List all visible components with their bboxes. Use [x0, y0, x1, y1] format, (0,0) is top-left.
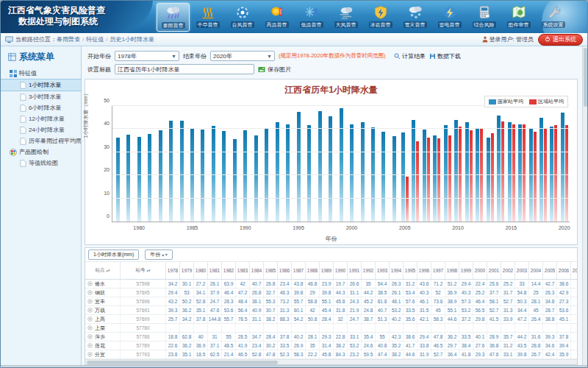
end-year-select[interactable]: 2020年 ▼: [210, 51, 275, 61]
station-name-cell[interactable]: 宜丰: [85, 297, 121, 305]
bar-national-1999[interactable]: [340, 108, 343, 222]
station-name-cell[interactable]: 铜鼓: [85, 289, 121, 297]
bar-national-2000[interactable]: [350, 124, 354, 222]
toolbar-item-settings[interactable]: 系统设置: [537, 3, 570, 32]
bar-national-2004[interactable]: [392, 136, 396, 222]
start-year-select[interactable]: 1978年 ▼: [115, 51, 179, 61]
bar-regional-2009[interactable]: [448, 135, 451, 222]
radio-icon[interactable]: [87, 308, 93, 313]
vertical-scrollbar[interactable]: [582, 46, 587, 365]
scrollbar-thumb[interactable]: [584, 48, 587, 107]
station-name-cell[interactable]: 分宜: [85, 350, 121, 358]
bar-national-2013[interactable]: [487, 138, 490, 222]
sidebar-item-24小时降水量[interactable]: 24小时降水量: [1, 124, 81, 135]
bar-national-2008[interactable]: [433, 135, 437, 222]
toolbar-item-typhoon[interactable]: 台风普查: [226, 3, 259, 32]
sidebar-item-6小时降水量[interactable]: 6小时降水量: [1, 102, 81, 113]
bar-national-1996[interactable]: [307, 125, 311, 222]
radio-icon[interactable]: [87, 299, 93, 304]
bar-national-2001[interactable]: [361, 122, 365, 222]
toolbar-item-drought[interactable]: 干旱普查: [191, 3, 224, 32]
sidebar-item-3小时降水量[interactable]: 3小时降水量: [1, 91, 81, 102]
radio-icon[interactable]: [87, 281, 93, 286]
data-download-button[interactable]: 数据下载: [429, 52, 461, 60]
calc-result-button[interactable]: 计算结果: [394, 52, 426, 60]
bar-national-1983[interactable]: [169, 121, 173, 222]
bar-national-2009[interactable]: [444, 125, 448, 222]
bar-national-1986[interactable]: [201, 130, 204, 222]
radio-icon[interactable]: [87, 325, 93, 330]
station-name-cell[interactable]: 莲花: [85, 342, 121, 350]
bar-national-1990[interactable]: [243, 130, 247, 222]
breadcrumb-item[interactable]: 历史1小时降水量: [110, 35, 154, 43]
chart-title-input[interactable]: [115, 64, 254, 74]
bar-national-1998[interactable]: [329, 116, 332, 222]
table-row-万载[interactable]: 万载5769139.336.235.147.653.656.440.930.73…: [85, 306, 577, 315]
toolbar-item-map-review[interactable]: 图件审查: [502, 3, 535, 32]
bar-regional-2013[interactable]: [491, 133, 494, 222]
sidebar-item-历年暴雨过程平均雨量[interactable]: 历年暴雨过程平均雨量: [1, 135, 81, 146]
sidebar-item-等值线绘图[interactable]: 等值线绘图: [1, 158, 81, 169]
bar-national-2005[interactable]: [401, 132, 405, 222]
bar-national-2010[interactable]: [454, 120, 458, 222]
sidebar-group-1[interactable]: 特征值: [1, 68, 81, 79]
table-row-莲花[interactable]: 莲花5778922.636.236.937.148.541.923.430.23…: [85, 342, 577, 350]
logout-button[interactable]: 退出系统: [538, 34, 583, 46]
col-header-station[interactable]: 站点▴▾: [85, 262, 121, 279]
bar-regional-2017[interactable]: [534, 132, 537, 222]
bar-national-1993[interactable]: [276, 122, 279, 222]
bar-national-1981[interactable]: [148, 134, 151, 222]
sidebar-group-2[interactable]: 产品图绘制: [1, 146, 81, 158]
station-name-cell[interactable]: 萍乡: [85, 333, 121, 341]
table-row-分宜[interactable]: 分宜5779323.835.118.562.521.446.552.847.85…: [85, 350, 577, 359]
toolbar-item-risk[interactable]: 综合风险: [467, 3, 501, 32]
bar-national-1991[interactable]: [254, 135, 258, 222]
bar-national-1978[interactable]: [116, 138, 120, 222]
toolbar-item-low-temp[interactable]: 低温普查: [295, 3, 328, 32]
sidebar-item-12小时降水量[interactable]: 12小时降水量: [1, 113, 81, 124]
bar-regional-2014[interactable]: [501, 121, 504, 222]
station-name-cell[interactable]: 修水: [85, 280, 121, 288]
horizontal-scrollbar[interactable]: [85, 359, 577, 364]
table-row-萍乡[interactable]: 萍乡5778618.862.840315528.534.728.437.840.…: [85, 333, 577, 342]
scrollbar-thumb[interactable]: [87, 361, 278, 364]
radio-icon[interactable]: [87, 343, 93, 348]
bar-national-1979[interactable]: [126, 135, 130, 222]
toolbar-item-wind[interactable]: 大风普查: [329, 3, 362, 32]
bar-regional-2011[interactable]: [470, 130, 473, 222]
bar-national-2015[interactable]: [508, 122, 512, 222]
bar-national-1980[interactable]: [137, 137, 141, 222]
bar-national-1994[interactable]: [286, 124, 290, 222]
toolbar-item-rainstorm[interactable]: 暴雨普查: [157, 3, 190, 32]
bar-national-2020[interactable]: [561, 113, 564, 222]
station-name-cell[interactable]: 上高: [85, 315, 121, 323]
bar-regional-2006[interactable]: [416, 141, 419, 222]
bar-regional-2007[interactable]: [427, 138, 430, 222]
table-row-上高[interactable]: 上高5769925.734.237.8144.855.778.531.138.2…: [85, 315, 577, 324]
toolbar-item-lightning[interactable]: 雷电普查: [433, 3, 466, 32]
bar-national-2003[interactable]: [381, 132, 385, 222]
bar-national-2006[interactable]: [412, 120, 415, 222]
toolbar-item-high-temp[interactable]: 高温普查: [260, 3, 293, 32]
radio-icon[interactable]: [87, 290, 93, 295]
bar-national-1987[interactable]: [212, 126, 215, 222]
radio-icon[interactable]: [87, 316, 93, 322]
station-name-cell[interactable]: 万载: [85, 306, 121, 314]
bar-regional-2020[interactable]: [565, 125, 568, 222]
table-row-宜丰[interactable]: 宜丰5769643.250.252.824.728.348.436.155.37…: [85, 297, 577, 306]
table-row-铜鼓[interactable]: 铜鼓5769529.45334.137.946.447.226.832.746.…: [85, 289, 577, 297]
bar-national-1988[interactable]: [222, 131, 226, 222]
bar-national-1997[interactable]: [318, 111, 322, 222]
bar-national-1982[interactable]: [159, 130, 162, 222]
bar-national-2011[interactable]: [465, 122, 469, 222]
breadcrumb-item[interactable]: 暴雨普查: [57, 35, 80, 43]
save-image-button[interactable]: 保存图片: [258, 66, 291, 74]
station-name-cell[interactable]: 上栗: [85, 324, 121, 332]
col-header-station-id[interactable]: 站号▴▾: [121, 262, 166, 279]
bar-national-2018[interactable]: [539, 118, 543, 222]
radio-icon[interactable]: [87, 334, 93, 339]
year-sort-chip[interactable]: 年份 ▴ ▾: [145, 250, 173, 260]
bar-national-1984[interactable]: [180, 121, 184, 222]
radio-icon[interactable]: [87, 352, 93, 357]
table-row-修水[interactable]: 修水5759834.230.127.226.163.94240.726.823.…: [85, 280, 577, 289]
